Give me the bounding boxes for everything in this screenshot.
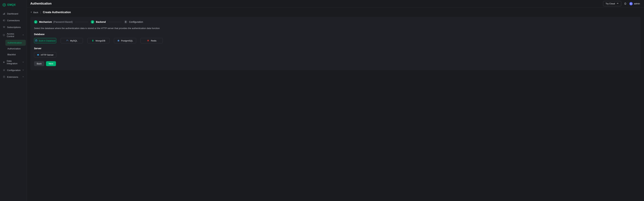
cog-icon	[3, 69, 6, 72]
main: Authentication Try Cloud A admin	[27, 0, 644, 201]
sidebar-item-dashboard[interactable]: Dashboard	[1, 11, 26, 17]
sidebar-item-label: Authorization	[8, 47, 21, 50]
back-button[interactable]: Back	[34, 61, 44, 66]
svg-point-13	[4, 76, 4, 76]
sidebar-item-label: Data Integration	[7, 60, 20, 65]
http-icon	[37, 54, 40, 56]
svg-point-10	[4, 62, 4, 63]
sidebar-item-data-integration[interactable]: Data Integration	[1, 58, 26, 67]
sidebar-item-label: Access Control	[7, 33, 20, 38]
option-http-server[interactable]: HTTP Server	[34, 52, 56, 58]
option-label: Redis	[151, 40, 156, 42]
sidebar-item-label: Authentication	[8, 42, 22, 44]
svg-marker-0	[3, 3, 6, 7]
sidebar-item-connections[interactable]: Connections	[1, 17, 26, 24]
breadcrumb-back-label: Back	[33, 11, 38, 14]
chevron-left-icon	[30, 11, 32, 14]
avatar[interactable]: A	[629, 2, 633, 6]
sidebar-item-configuration[interactable]: Configuration	[1, 67, 26, 73]
username[interactable]: admin	[634, 2, 640, 5]
check-circle-icon	[34, 20, 38, 24]
sidebar-item-label: Subscriptions	[7, 26, 21, 29]
topbar: Authentication Try Cloud A admin	[27, 0, 644, 8]
section-title-server: Server	[34, 47, 637, 50]
option-label: HTTP Server	[41, 54, 54, 56]
mongodb-icon	[92, 39, 94, 42]
option-label: Built-in Database	[39, 40, 56, 42]
server-options: HTTP Server	[34, 52, 637, 58]
step-label: Backend	[96, 21, 106, 23]
svg-rect-5	[4, 13, 5, 15]
step-configuration[interactable]: 3 Configuration	[124, 20, 143, 24]
option-mongodb[interactable]: MongoDB	[87, 38, 110, 43]
step-label-text: Mechanism	[39, 21, 52, 23]
option-redis[interactable]: Redis	[140, 38, 163, 43]
breadcrumb-title: Create Authentication	[43, 11, 71, 14]
sidebar-item-label: Connections	[7, 19, 20, 22]
avatar-initial: A	[630, 3, 632, 5]
sidebar: EMQX Dashboard Connections Subscriptions	[0, 0, 27, 201]
step-label: Configuration	[129, 21, 143, 23]
option-postgresql[interactable]: PostgreSQL	[114, 38, 136, 43]
helper-text: Select the database where the authentica…	[34, 27, 637, 30]
sidebar-item-label: Configuration	[7, 69, 20, 72]
breadcrumb-back-button[interactable]: Back	[30, 11, 38, 14]
sidebar-item-access-control[interactable]: Access Control	[1, 31, 26, 40]
step-note: (Password-Based)	[53, 21, 72, 23]
brand-name: EMQX	[8, 3, 16, 7]
database-options: Built-in Database MySQL MongoDB	[34, 38, 637, 43]
notifications-button[interactable]	[624, 2, 627, 6]
option-label: PostgreSQL	[121, 40, 133, 42]
option-label: MySQL	[70, 40, 77, 42]
try-cloud-button[interactable]: Try Cloud	[603, 1, 621, 6]
gear-icon	[3, 61, 5, 64]
svg-point-7	[4, 20, 4, 21]
sidebar-item-subscriptions[interactable]: Subscriptions	[1, 24, 26, 30]
sidebar-item-label: Blacklist	[8, 53, 16, 56]
next-button[interactable]: Next	[46, 61, 56, 66]
option-mysql[interactable]: MySQL	[61, 38, 83, 43]
layers-icon	[3, 26, 6, 29]
puzzle-icon	[3, 76, 6, 78]
breadcrumb-separator: |	[40, 11, 41, 14]
wizard-steps: Mechanism (Password-Based) Backend 3	[34, 20, 637, 24]
page-title: Authentication	[30, 2, 52, 6]
arrow-right-icon	[616, 2, 619, 5]
svg-marker-8	[3, 26, 5, 27]
chevron-down-icon	[22, 61, 24, 64]
svg-rect-21	[37, 54, 39, 55]
mysql-icon	[66, 39, 69, 42]
option-label: MongoDB	[96, 40, 105, 42]
section-title-database: Database	[34, 33, 637, 36]
chevron-down-icon	[22, 76, 24, 78]
step-mechanism[interactable]: Mechanism (Password-Based)	[34, 20, 72, 24]
chevron-down-icon	[22, 69, 24, 72]
sidebar-item-extensions[interactable]: Extensions	[1, 74, 26, 80]
chart-bar-icon	[3, 12, 6, 15]
step-backend[interactable]: Backend	[91, 20, 106, 24]
svg-point-15	[36, 40, 37, 40]
link-icon	[3, 19, 6, 22]
chevron-up-icon	[22, 34, 24, 37]
sidebar-item-label: Extensions	[7, 76, 18, 78]
svg-rect-3	[3, 14, 4, 15]
brand-logo-mark	[2, 3, 6, 7]
wizard-actions: Back Next	[34, 61, 637, 66]
redis-icon	[147, 39, 150, 42]
check-circle-icon	[91, 20, 94, 24]
sidebar-item-authentication[interactable]: Authentication	[6, 40, 26, 46]
option-built-in-database[interactable]: Built-in Database	[34, 38, 56, 43]
svg-point-11	[4, 70, 4, 71]
database-icon	[35, 39, 38, 42]
try-cloud-label: Try Cloud	[606, 2, 615, 5]
step-label: Mechanism (Password-Based)	[39, 21, 72, 23]
shield-icon	[3, 34, 5, 37]
sidebar-item-authorization[interactable]: Authorization	[6, 46, 26, 52]
wizard-card: Mechanism (Password-Based) Backend 3	[30, 17, 641, 70]
svg-rect-4	[4, 13, 4, 15]
sidebar-item-blacklist[interactable]: Blacklist	[6, 52, 26, 58]
brand-logo[interactable]: EMQX	[0, 1, 27, 10]
svg-marker-19	[147, 41, 149, 42]
breadcrumb: Back | Create Authentication	[30, 11, 641, 14]
step-number-badge: 3	[124, 20, 128, 24]
